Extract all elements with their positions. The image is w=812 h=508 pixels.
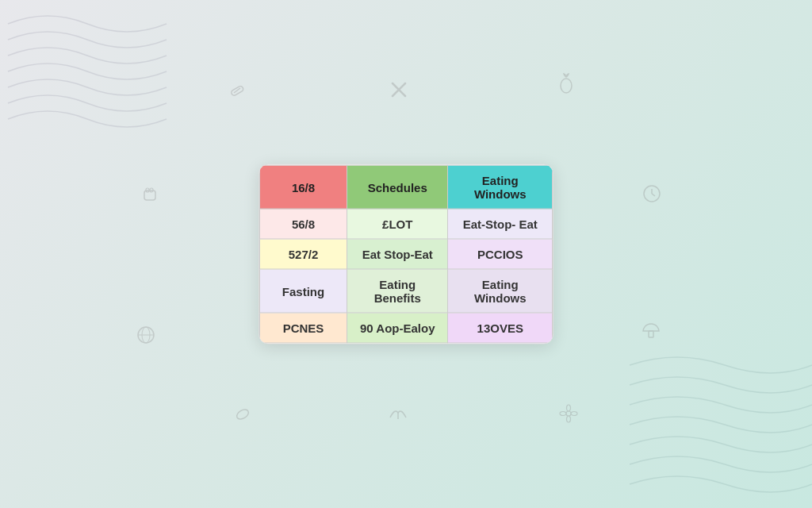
table-header-row: 16/8 Schedules Eating Windows (260, 165, 553, 209)
svg-point-19 (560, 412, 566, 416)
cell-r0-c0: 56/8 (260, 209, 347, 239)
svg-point-20 (571, 412, 577, 416)
header-col1: 16/8 (260, 165, 347, 209)
svg-line-10 (652, 194, 655, 196)
table-row: FastingEating BenefitsEating Windows (260, 269, 553, 313)
cell-r0-c1: £LOT (347, 209, 448, 239)
svg-point-16 (566, 411, 571, 416)
header-col2: Schedules (347, 165, 448, 209)
table-row: 527/2Eat Stop-EatPCCIOS (260, 239, 553, 269)
cell-r0-c2: Eat-Stop- Eat (448, 209, 553, 239)
cell-r3-c0: PCNES (260, 313, 347, 343)
svg-point-4 (561, 79, 572, 93)
mushroom-icon (641, 320, 661, 348)
bird-icon (387, 402, 409, 429)
svg-point-18 (567, 416, 571, 422)
fist-icon (139, 183, 161, 210)
cross-icon (389, 79, 409, 106)
cell-r1-c1: Eat Stop-Eat (347, 239, 448, 269)
ball-icon (135, 324, 157, 352)
table-row: PCNES90 Aop-Ealoy13OVES (260, 313, 553, 343)
table-row: 56/8£LOTEat-Stop- Eat (260, 209, 553, 239)
header-col3: Eating Windows (448, 165, 553, 209)
clock-icon (641, 183, 663, 210)
svg-point-15 (236, 408, 251, 421)
apple-icon (555, 71, 577, 101)
svg-rect-14 (649, 331, 653, 337)
cell-r2-c1: Eating Benefits (347, 269, 448, 313)
cell-r2-c2: Eating Windows (448, 269, 553, 313)
cell-r3-c2: 13OVES (448, 313, 553, 343)
cell-r3-c1: 90 Aop-Ealoy (347, 313, 448, 343)
flower-icon (557, 402, 580, 430)
pill-icon (226, 79, 248, 107)
cell-r2-c0: Fasting (260, 269, 347, 313)
cell-r1-c2: PCCIOS (448, 239, 553, 269)
pencil-icon (232, 403, 254, 431)
svg-point-17 (567, 405, 571, 411)
cell-r1-c0: 527/2 (260, 239, 347, 269)
data-table: 16/8 Schedules Eating Windows 56/8£LOTEa… (259, 164, 553, 344)
